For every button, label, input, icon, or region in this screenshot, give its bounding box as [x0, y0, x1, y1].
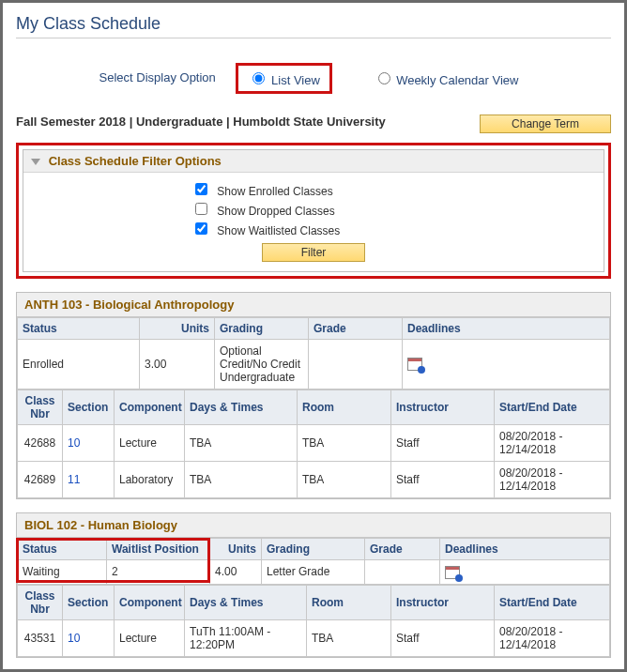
cell-status: Enrolled: [18, 340, 140, 389]
col-room: Room: [307, 585, 391, 619]
cell-room: TBA: [298, 462, 391, 498]
list-view-label: List View: [271, 73, 320, 87]
col-section: Section: [63, 585, 115, 619]
show-waitlisted-checkbox[interactable]: [195, 222, 207, 235]
table-row: 42689 11 Laboratory TBA TBA Staff 08/20/…: [18, 462, 610, 498]
course-summary-table: Status Waitlist Position Units Grading G…: [17, 538, 610, 585]
col-status: Status: [18, 539, 107, 560]
cell-deadlines: [403, 340, 610, 389]
calendar-view-label: Weekly Calendar View: [396, 73, 518, 87]
cell-status: Waiting: [18, 560, 107, 585]
list-view-option[interactable]: List View: [236, 63, 331, 94]
table-row: 43531 10 Lecture TuTh 11:00AM - 12:20PM …: [18, 619, 610, 656]
col-deadlines: Deadlines: [403, 318, 610, 340]
cell-grade: [309, 340, 403, 389]
filter-body: Show Enrolled Classes Show Dropped Class…: [23, 173, 604, 271]
col-grade: Grade: [365, 539, 440, 560]
cell-class-nbr: 42689: [18, 462, 63, 498]
show-waitlisted-label: Show Waitlisted Classes: [217, 224, 340, 237]
cell-class-nbr: 43531: [18, 619, 63, 656]
col-instructor: Instructor: [391, 390, 495, 425]
col-class-nbr: Class Nbr: [18, 390, 63, 425]
calendar-view-option[interactable]: Weekly Calendar View: [364, 66, 528, 91]
col-days-times: Days & Times: [185, 390, 298, 425]
show-dropped-checkbox[interactable]: [195, 203, 207, 215]
cell-days: TBA: [185, 425, 298, 462]
col-grade: Grade: [309, 318, 403, 340]
col-room: Room: [298, 390, 391, 425]
col-grading: Grading: [262, 539, 365, 560]
cell-room: TBA: [298, 425, 391, 462]
table-row: Enrolled 3.00 Optional Credit/No Credit …: [18, 340, 610, 389]
cell-grade: [365, 560, 440, 585]
cell-deadlines: [440, 560, 610, 585]
col-units: Units: [140, 318, 215, 340]
col-section: Section: [63, 390, 115, 425]
show-dropped-label: Show Dropped Classes: [217, 205, 334, 218]
divider: [16, 38, 611, 38]
app-frame: My Class Schedule Select Display Option …: [0, 0, 627, 672]
cell-days: TBA: [185, 462, 298, 498]
course-sections-table: Class Nbr Section Component Days & Times…: [17, 585, 610, 657]
course-header: ANTH 103 - Biological Anthropology: [17, 293, 610, 317]
course-block-anth: ANTH 103 - Biological Anthropology Statu…: [16, 292, 611, 499]
cell-dates: 08/20/2018 - 12/14/2018: [495, 462, 610, 498]
cell-component: Lecture: [115, 619, 185, 656]
cell-days: TuTh 11:00AM - 12:20PM: [185, 619, 307, 656]
filter-button[interactable]: Filter: [262, 243, 365, 262]
col-start-end: Start/End Date: [495, 585, 610, 619]
cell-instructor: Staff: [391, 425, 495, 462]
col-component: Component: [115, 390, 185, 425]
table-row: Waiting 2 4.00 Letter Grade: [18, 560, 610, 585]
cell-waitlist: 2: [107, 560, 210, 585]
col-deadlines: Deadlines: [440, 539, 610, 560]
cell-dates: 08/20/2018 - 12/14/2018: [495, 425, 610, 462]
change-term-button[interactable]: Change Term: [480, 115, 611, 133]
cell-units: 3.00: [140, 340, 215, 389]
cell-component: Laboratory: [115, 462, 185, 498]
cell-instructor: Staff: [391, 619, 495, 656]
col-class-nbr: Class Nbr: [18, 585, 63, 619]
page-title: My Class Schedule: [16, 14, 611, 34]
show-enrolled-label: Show Enrolled Classes: [217, 185, 332, 198]
cell-dates: 08/20/2018 - 12/14/2018: [495, 619, 610, 656]
filter-title: Class Schedule Filter Options: [49, 154, 222, 168]
col-start-end: Start/End Date: [495, 390, 610, 425]
term-text: Fall Semester 2018 | Undergraduate | Hum…: [16, 115, 386, 130]
cell-component: Lecture: [115, 425, 185, 462]
calendar-view-radio[interactable]: [378, 72, 390, 84]
col-component: Component: [115, 585, 185, 619]
section-link[interactable]: 10: [68, 436, 80, 450]
col-grading: Grading: [215, 318, 309, 340]
filter-header[interactable]: Class Schedule Filter Options: [23, 150, 604, 173]
display-option-label: Select Display Option: [99, 70, 216, 84]
section-link[interactable]: 11: [68, 473, 80, 486]
course-block-biol: BIOL 102 - Human Biology Status Waitlist…: [16, 512, 611, 658]
calendar-icon[interactable]: [445, 566, 460, 579]
cell-instructor: Staff: [391, 462, 495, 498]
calendar-icon[interactable]: [407, 358, 422, 371]
course-sections-table: Class Nbr Section Component Days & Times…: [17, 389, 610, 498]
filter-panel: Class Schedule Filter Options Show Enrol…: [23, 149, 604, 272]
display-option-row: Select Display Option List View Weekly C…: [16, 63, 611, 94]
list-view-radio[interactable]: [252, 72, 265, 84]
col-days-times: Days & Times: [185, 585, 307, 619]
cell-grading: Optional Credit/No Credit Undergraduate: [215, 340, 309, 389]
collapse-icon: [31, 159, 40, 165]
col-status: Status: [18, 318, 140, 340]
col-units: Units: [210, 539, 262, 560]
cell-class-nbr: 42688: [18, 425, 63, 462]
term-row: Fall Semester 2018 | Undergraduate | Hum…: [16, 115, 611, 133]
col-waitlist: Waitlist Position: [107, 539, 210, 560]
show-enrolled-checkbox[interactable]: [195, 183, 207, 195]
col-instructor: Instructor: [391, 585, 495, 619]
filter-panel-highlight: Class Schedule Filter Options Show Enrol…: [16, 143, 611, 279]
cell-grading: Letter Grade: [262, 560, 365, 585]
cell-units: 4.00: [210, 560, 262, 585]
section-link[interactable]: 10: [68, 632, 80, 645]
course-summary-table: Status Units Grading Grade Deadlines Enr…: [17, 317, 610, 389]
cell-room: TBA: [307, 619, 391, 656]
course-header: BIOL 102 - Human Biology: [17, 513, 610, 538]
table-row: 42688 10 Lecture TBA TBA Staff 08/20/201…: [18, 425, 610, 462]
